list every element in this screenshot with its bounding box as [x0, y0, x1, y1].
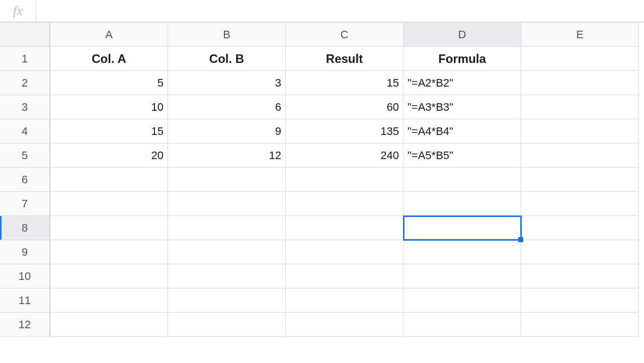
- cell-D9[interactable]: [404, 240, 521, 264]
- row-header-9[interactable]: 9: [0, 240, 50, 264]
- cell-D10[interactable]: [404, 264, 521, 288]
- cell-B1[interactable]: Col. B: [168, 47, 286, 71]
- cell-B11[interactable]: [168, 288, 286, 313]
- cell-C5[interactable]: 240: [286, 143, 404, 168]
- cell-E4[interactable]: [521, 119, 639, 143]
- fx-icon[interactable]: fx: [0, 0, 36, 22]
- cell-A10[interactable]: [50, 264, 168, 288]
- cell-B7[interactable]: [168, 192, 286, 216]
- select-all-corner[interactable]: [0, 23, 50, 47]
- cell-A5[interactable]: 20: [50, 143, 168, 168]
- cell-A3[interactable]: 10: [50, 95, 168, 119]
- cell-E8[interactable]: [521, 216, 639, 240]
- cell-A12[interactable]: [50, 313, 168, 337]
- col-header-E[interactable]: E: [521, 23, 639, 47]
- cell-C12[interactable]: [286, 313, 404, 337]
- cell-B3[interactable]: 6: [168, 95, 286, 119]
- formula-bar: fx: [0, 0, 644, 22]
- cell-B10[interactable]: [168, 264, 286, 288]
- cell-C2[interactable]: 15: [286, 71, 404, 95]
- cell-E6[interactable]: [521, 168, 639, 192]
- row-header-5[interactable]: 5: [0, 143, 50, 168]
- row-header-12[interactable]: 12: [0, 313, 50, 337]
- cell-B9[interactable]: [168, 240, 286, 264]
- cell-E9[interactable]: [521, 240, 639, 264]
- cell-D5[interactable]: "=A5*B5": [404, 143, 521, 168]
- cell-D7[interactable]: [404, 192, 521, 216]
- col-header-B[interactable]: B: [168, 23, 286, 47]
- cell-B8[interactable]: [168, 216, 286, 240]
- cell-C9[interactable]: [286, 240, 404, 264]
- cell-C3[interactable]: 60: [286, 95, 404, 119]
- cell-A8[interactable]: [50, 216, 168, 240]
- row-header-7[interactable]: 7: [0, 192, 50, 216]
- cell-C8[interactable]: [286, 216, 404, 240]
- col-header-C[interactable]: C: [286, 23, 404, 47]
- row-header-8[interactable]: 8: [0, 216, 50, 240]
- cell-B6[interactable]: [168, 168, 286, 192]
- cell-C7[interactable]: [286, 192, 404, 216]
- cell-D12[interactable]: [404, 313, 521, 337]
- cell-A11[interactable]: [50, 288, 168, 313]
- cell-D1[interactable]: Formula: [404, 47, 521, 71]
- cell-B5[interactable]: 12: [168, 143, 286, 168]
- cell-C6[interactable]: [286, 168, 404, 192]
- cell-C10[interactable]: [286, 264, 404, 288]
- cell-B4[interactable]: 9: [168, 119, 286, 143]
- cell-E7[interactable]: [521, 192, 639, 216]
- cell-A1[interactable]: Col. A: [50, 47, 168, 71]
- row-header-3[interactable]: 3: [0, 95, 50, 119]
- cell-C4[interactable]: 135: [286, 119, 404, 143]
- cell-E1[interactable]: [521, 47, 639, 71]
- row-header-1[interactable]: 1: [0, 47, 50, 71]
- cell-D8[interactable]: [404, 216, 521, 240]
- cell-E12[interactable]: [521, 313, 639, 337]
- cell-A9[interactable]: [50, 240, 168, 264]
- cell-A6[interactable]: [50, 168, 168, 192]
- row-header-11[interactable]: 11: [0, 288, 50, 313]
- row-header-2[interactable]: 2: [0, 71, 50, 95]
- spreadsheet-grid: A B C D E 1 Col. A Col. B Result Formula…: [0, 22, 644, 337]
- cell-D6[interactable]: [404, 168, 521, 192]
- cell-B2[interactable]: 3: [168, 71, 286, 95]
- fill-handle[interactable]: [518, 237, 523, 242]
- cell-D3[interactable]: "=A3*B3": [404, 95, 521, 119]
- cell-B12[interactable]: [168, 313, 286, 337]
- col-header-A[interactable]: A: [50, 23, 168, 47]
- formula-input[interactable]: [36, 0, 644, 22]
- cell-A2[interactable]: 5: [50, 71, 168, 95]
- cell-E11[interactable]: [521, 288, 639, 313]
- cell-A7[interactable]: [50, 192, 168, 216]
- cell-D11[interactable]: [404, 288, 521, 313]
- row-header-4[interactable]: 4: [0, 119, 50, 143]
- cell-C1[interactable]: Result: [286, 47, 404, 71]
- cell-D4[interactable]: "=A4*B4": [404, 119, 521, 143]
- cell-E2[interactable]: [521, 71, 639, 95]
- cell-E10[interactable]: [521, 264, 639, 288]
- cell-C11[interactable]: [286, 288, 404, 313]
- row-header-6[interactable]: 6: [0, 168, 50, 192]
- row-header-10[interactable]: 10: [0, 264, 50, 288]
- cell-E3[interactable]: [521, 95, 639, 119]
- col-header-D[interactable]: D: [404, 23, 521, 47]
- cell-A4[interactable]: 15: [50, 119, 168, 143]
- cell-D2[interactable]: "=A2*B2": [404, 71, 521, 95]
- cell-E5[interactable]: [521, 143, 639, 168]
